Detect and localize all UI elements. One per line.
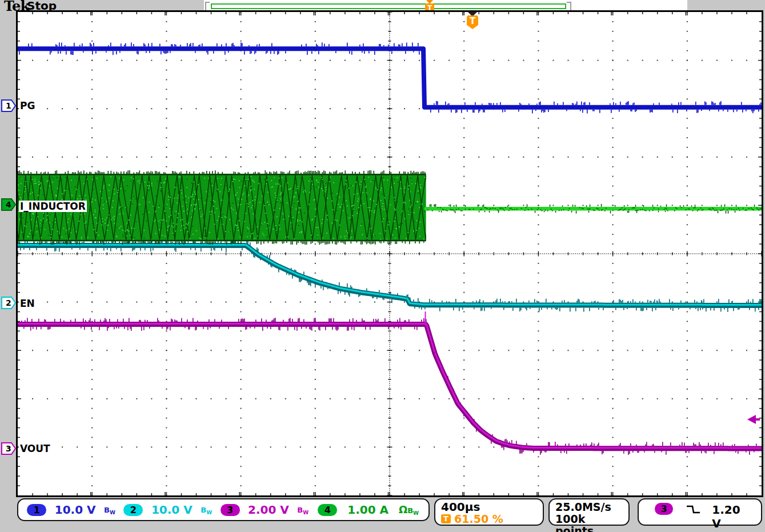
- trigger-level-arrow-icon: [747, 415, 756, 424]
- channel-1-readout[interactable]: 1 10.0 V BW: [23, 503, 119, 517]
- channel-2-badge[interactable]: 2: [123, 504, 143, 516]
- trace-label-vout: VOUT: [19, 443, 51, 454]
- horizontal-readout-box[interactable]: 400µs T 61.50 %: [434, 498, 544, 526]
- trigger-level-value: 1.20 V: [712, 503, 751, 530]
- bandwidth-limit-icon: BW: [297, 504, 309, 515]
- channel-1-zero-marker[interactable]: 1: [1, 99, 16, 112]
- trace-label-inductor: I_INDUCTOR: [19, 201, 87, 212]
- channel-4-readout[interactable]: 4 1.00 A ΩBW: [313, 503, 424, 517]
- channel-3-zero-marker[interactable]: 3: [1, 442, 16, 455]
- channel-2-zero-marker[interactable]: 2: [1, 297, 16, 309]
- channel-3-readout[interactable]: 3 2.00 V BW: [216, 503, 313, 517]
- channel-1-badge[interactable]: 1: [27, 504, 46, 516]
- timebase-scale: 400µs: [441, 501, 537, 513]
- waveform-display: [18, 12, 762, 495]
- bandwidth-limit-icon: BW: [407, 505, 419, 516]
- falling-edge-icon: [684, 503, 700, 516]
- record-view-bar: [211, 3, 566, 9]
- channel-3-number: 3: [6, 444, 11, 453]
- bandwidth-limit-icon: BW: [201, 504, 212, 515]
- bandwidth-limit-icon: BW: [104, 504, 115, 515]
- record-length: 100k points: [555, 513, 623, 532]
- trace-label-pg: PG: [19, 100, 36, 111]
- channel-2-scale: 10.0 V: [151, 503, 193, 517]
- trigger-level-arrow-stem: [755, 418, 760, 421]
- channel-2-readout[interactable]: 2 10.0 V BW: [119, 503, 216, 517]
- channel-4-number: 4: [6, 200, 11, 209]
- sample-rate: 25.0MS/s: [555, 501, 623, 513]
- trigger-t-icon: T: [441, 514, 451, 523]
- trigger-readout-box[interactable]: 3 1.20 V: [638, 498, 762, 526]
- channel-1-scale: 10.0 V: [55, 503, 96, 517]
- trace-label-en: EN: [19, 298, 36, 309]
- channel-4-badge[interactable]: 4: [318, 504, 337, 516]
- oscilloscope-screen: Tek Stop T 1 4 2 3 PG I_INDUCTOR EN VOUT…: [0, 0, 765, 532]
- graticule-area: PG I_INDUCTOR EN VOUT T: [16, 10, 763, 497]
- trigger-source-badge[interactable]: 3: [655, 503, 673, 515]
- trigger-position-readout: T 61.50 %: [441, 513, 537, 525]
- channel-4-scale: 1.00 A: [347, 503, 388, 517]
- channel-readouts-box[interactable]: 1 10.0 V BW 2 10.0 V BW 3 2.00 V BW 4 1.…: [17, 498, 430, 521]
- trigger-position-percent: 61.50 %: [454, 513, 503, 525]
- channel-3-scale: 2.00 V: [248, 503, 289, 517]
- acquisition-readout-box[interactable]: 25.0MS/s 100k points: [548, 498, 630, 526]
- trigger-level-marker[interactable]: [747, 415, 760, 424]
- channel-4-zero-marker[interactable]: 4: [1, 198, 16, 211]
- channel-3-badge[interactable]: 3: [221, 504, 240, 516]
- channel-2-number: 2: [6, 298, 11, 307]
- ohm-coupling-icon: Ω: [399, 503, 407, 515]
- channel-4-coupling: ΩBW: [399, 503, 419, 516]
- channel-1-number: 1: [6, 101, 11, 110]
